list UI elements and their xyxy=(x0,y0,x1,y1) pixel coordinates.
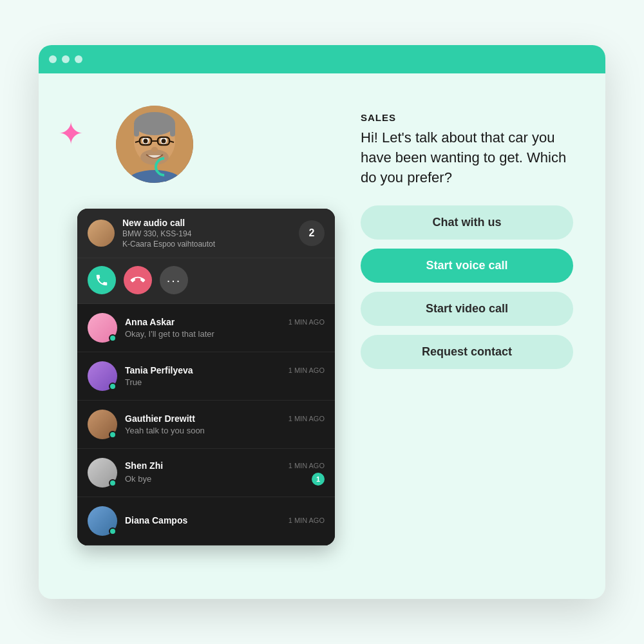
call-notification: New audio call BMW 330, KSS-194 K-Caara … xyxy=(77,209,335,258)
call-info: New audio call BMW 330, KSS-194 K-Caara … xyxy=(122,218,291,249)
call-actions: ··· xyxy=(77,258,335,304)
chat-item-header: Anna Askar 1 MIN AGO xyxy=(125,317,325,327)
chat-item-body: Diana Campos 1 MIN AGO xyxy=(125,515,325,527)
right-panel: SALES Hi! Let's talk about that car you … xyxy=(361,106,573,567)
request-contact-button[interactable]: Request contact xyxy=(361,335,573,369)
online-indicator xyxy=(109,383,117,390)
chat-item-header: Shen Zhi 1 MIN AGO xyxy=(125,460,325,471)
avatar xyxy=(88,410,117,439)
call-count-badge: 2 xyxy=(299,220,325,246)
traffic-dot-3 xyxy=(75,55,82,63)
list-item[interactable]: Shen Zhi 1 MIN AGO Ok bye 1 xyxy=(77,449,335,497)
call-detail: K-Caara Espoo vaihtoautot xyxy=(122,240,291,249)
online-indicator xyxy=(109,527,117,535)
chat-time: 1 MIN AGO xyxy=(289,462,325,469)
chat-name: Shen Zhi xyxy=(125,460,163,471)
list-item[interactable]: Anna Askar 1 MIN AGO Okay, I'll get to t… xyxy=(77,304,335,352)
online-indicator xyxy=(109,431,117,439)
list-item[interactable]: Tania Perfilyeva 1 MIN AGO True xyxy=(77,352,335,401)
browser-titlebar xyxy=(39,45,605,73)
traffic-dot-1 xyxy=(49,55,57,63)
chat-time: 1 MIN AGO xyxy=(289,516,325,524)
chat-time: 1 MIN AGO xyxy=(289,366,325,374)
start-voice-call-button[interactable]: Start voice call xyxy=(361,249,573,283)
traffic-dot-2 xyxy=(62,55,70,63)
start-video-call-button[interactable]: Start video call xyxy=(361,292,573,326)
chat-list-card: New audio call BMW 330, KSS-194 K-Caara … xyxy=(77,209,335,545)
chat-with-us-button[interactable]: Chat with us xyxy=(361,205,573,240)
online-indicator xyxy=(109,479,117,487)
list-item[interactable]: Diana Campos 1 MIN AGO xyxy=(77,497,335,545)
sales-label: SALES xyxy=(361,112,573,123)
chat-preview: Okay, I'll get to that later xyxy=(125,329,325,339)
svg-point-10 xyxy=(144,139,148,144)
online-indicator xyxy=(109,334,117,342)
chat-preview: True xyxy=(125,377,325,387)
chat-preview: Ok bye xyxy=(125,474,151,484)
call-more-button[interactable]: ··· xyxy=(160,266,188,294)
chat-item-body: Tania Perfilyeva 1 MIN AGO True xyxy=(125,365,325,387)
left-panel: ✦ xyxy=(77,106,335,567)
call-subtitle: BMW 330, KSS-194 xyxy=(122,229,291,238)
chat-time: 1 MIN AGO xyxy=(289,415,325,422)
avatar xyxy=(88,361,117,391)
avatar xyxy=(116,106,193,183)
chat-list: Anna Askar 1 MIN AGO Okay, I'll get to t… xyxy=(77,304,335,545)
chat-item-header: Diana Campos 1 MIN AGO xyxy=(125,515,325,526)
svg-point-4 xyxy=(134,112,175,135)
chat-preview-row: Ok bye 1 xyxy=(125,473,325,486)
unread-badge: 1 xyxy=(312,473,325,486)
call-avatar xyxy=(88,220,115,247)
avatar xyxy=(88,506,117,536)
chat-name: Diana Campos xyxy=(125,515,187,526)
chat-item-body: Shen Zhi 1 MIN AGO Ok bye 1 xyxy=(125,460,325,486)
avatar xyxy=(88,313,117,343)
action-buttons: Chat with us Start voice call Start vide… xyxy=(361,205,573,369)
avatar xyxy=(88,458,117,488)
browser-window: ✦ xyxy=(39,45,605,599)
chat-name: Anna Askar xyxy=(125,317,175,327)
chat-item-header: Tania Perfilyeva 1 MIN AGO xyxy=(125,365,325,375)
svg-point-11 xyxy=(162,139,166,144)
chat-name: Tania Perfilyeva xyxy=(125,365,193,375)
svg-rect-6 xyxy=(170,124,175,137)
browser-content: ✦ xyxy=(39,73,605,599)
chat-time: 1 MIN AGO xyxy=(289,318,325,326)
chat-preview: Yeah talk to you soon xyxy=(125,426,325,435)
chat-item-body: Gauthier Drewitt 1 MIN AGO Yeah talk to … xyxy=(125,413,325,435)
chat-name: Gauthier Drewitt xyxy=(125,413,195,424)
chat-item-header: Gauthier Drewitt 1 MIN AGO xyxy=(125,413,325,424)
call-title: New audio call xyxy=(122,218,291,228)
chat-item-body: Anna Askar 1 MIN AGO Okay, I'll get to t… xyxy=(125,317,325,339)
list-item[interactable]: Gauthier Drewitt 1 MIN AGO Yeah talk to … xyxy=(77,401,335,449)
svg-rect-5 xyxy=(134,124,139,137)
call-decline-button[interactable] xyxy=(124,266,152,294)
avatar-area xyxy=(77,106,193,183)
sales-message: Hi! Let's talk about that car you have b… xyxy=(361,128,573,187)
call-answer-button[interactable] xyxy=(88,266,116,294)
svg-point-17 xyxy=(151,147,158,152)
